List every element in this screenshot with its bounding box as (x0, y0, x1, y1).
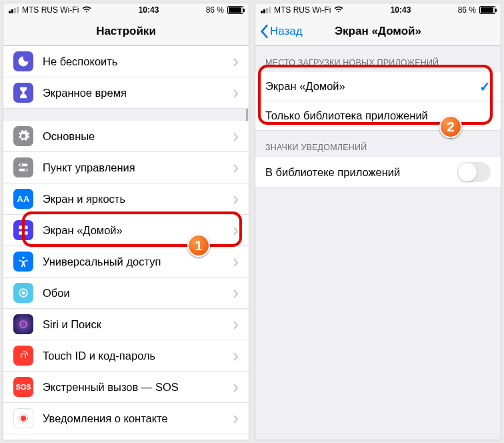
gear-icon (13, 126, 33, 146)
text-size-icon: AA (13, 189, 33, 209)
svg-rect-5 (25, 226, 28, 229)
wifi-icon (82, 5, 91, 16)
phone-left: MTS RUS Wi-Fi 10:43 86 % Настройки Не бе… (3, 3, 249, 440)
svg-rect-6 (19, 232, 22, 235)
home-grid-icon (13, 220, 33, 240)
row-exposure[interactable]: Уведомления о контакте (3, 403, 249, 434)
checkmark-icon: ✓ (479, 79, 491, 95)
nav-bar: Настройки (3, 17, 249, 46)
hourglass-icon (13, 83, 33, 103)
row-home-screen[interactable]: Экран «Домой» (3, 215, 249, 246)
status-bar: MTS RUS Wi-Fi 10:43 86 % (3, 3, 249, 17)
toggle-badges[interactable] (457, 162, 491, 182)
carrier-label: MTS RUS Wi-Fi (22, 5, 79, 15)
svg-point-8 (22, 257, 24, 259)
row-label: Экран и яркость (43, 193, 233, 205)
moon-icon (13, 51, 33, 71)
svg-rect-4 (19, 226, 22, 229)
row-label: Пункт управления (43, 161, 233, 174)
row-control-center[interactable]: Пункт управления (3, 152, 249, 183)
phone-right: MTS RUS Wi-Fi 10:43 86 % Назад Экран «До… (255, 3, 501, 440)
row-touchid[interactable]: Touch ID и код-пароль (3, 340, 249, 372)
chevron-right-icon (233, 226, 239, 235)
status-bar: MTS RUS Wi-Fi 10:43 86 % (255, 3, 501, 17)
row-screentime[interactable]: Экранное время (3, 77, 249, 109)
page-title: Настройки (96, 25, 156, 38)
row-label: Экран «Домой» (43, 224, 233, 237)
siri-icon (13, 314, 33, 334)
annotation-marker-1: 1 (187, 234, 210, 257)
row-label: Не беспокоить (43, 55, 233, 68)
home-screen-options: МЕСТО ЗАГРУЗКИ НОВЫХ ПРИЛОЖЕНИЙ Экран «Д… (255, 46, 501, 188)
time-label: 10:43 (391, 5, 411, 15)
row-label: Уведомления о контакте (43, 412, 233, 425)
svg-point-2 (20, 164, 22, 166)
accessibility-icon (13, 252, 33, 272)
chevron-right-icon (233, 289, 239, 298)
sos-icon: SOS (13, 377, 33, 397)
row-accessibility[interactable]: Универсальный доступ (3, 246, 249, 278)
option-home-screen[interactable]: Экран «Домой» ✓ (255, 72, 501, 101)
row-label: Обои (43, 287, 233, 300)
exposure-icon (13, 408, 33, 428)
annotation-marker-2: 2 (439, 115, 462, 138)
chevron-right-icon (233, 414, 239, 423)
row-general[interactable]: Основные (3, 121, 249, 152)
nav-bar: Назад Экран «Домой» (255, 17, 501, 46)
marker-number: 1 (195, 238, 202, 254)
row-label: Экстренный вызов — SOS (43, 381, 233, 394)
time-label: 10:43 (139, 5, 159, 15)
sos-icon-text: SOS (15, 383, 31, 391)
wifi-icon (334, 5, 343, 16)
chevron-right-icon (233, 258, 239, 266)
settings-list: Не беспокоить Экранное время Основные Пу… (3, 46, 249, 440)
svg-point-12 (21, 416, 26, 421)
svg-point-10 (22, 292, 25, 295)
option-badges-app-library[interactable]: В библиотеке приложений (255, 157, 501, 188)
battery-percent: 86 % (458, 5, 476, 15)
row-wallpaper[interactable]: Обои (3, 278, 249, 309)
carrier-label: MTS RUS Wi-Fi (274, 5, 331, 15)
row-siri[interactable]: Siri и Поиск (3, 309, 249, 340)
marker-number: 2 (447, 119, 454, 135)
chevron-right-icon (233, 132, 239, 141)
switches-icon (13, 157, 33, 177)
battery-icon (479, 6, 495, 14)
svg-point-11 (20, 321, 27, 328)
svg-rect-7 (25, 232, 28, 235)
battery-row-icon (13, 440, 33, 440)
section-header-badges: ЗНАЧКИ УВЕДОМЛЕНИЙ (255, 131, 501, 157)
section-header-download: МЕСТО ЗАГРУЗКИ НОВЫХ ПРИЛОЖЕНИЙ (255, 46, 501, 72)
row-label: В библиотеке приложений (265, 166, 457, 179)
row-label: Touch ID и код-пароль (43, 350, 233, 362)
back-label: Назад (270, 25, 303, 38)
row-battery[interactable]: Аккумулятор (3, 434, 249, 440)
chevron-right-icon (233, 57, 239, 66)
chevron-right-icon (233, 320, 239, 329)
chevron-right-icon (233, 352, 239, 360)
row-label: Универсальный доступ (43, 256, 233, 268)
chevron-right-icon (233, 383, 239, 392)
svg-point-3 (25, 169, 27, 171)
fingerprint-icon (13, 346, 33, 366)
chevron-right-icon (233, 89, 239, 97)
battery-icon (227, 6, 243, 14)
signal-icon (9, 7, 19, 13)
row-label: Экранное время (43, 87, 233, 99)
row-display[interactable]: AA Экран и яркость (3, 183, 249, 215)
row-label: Основные (43, 130, 233, 143)
row-dnd[interactable]: Не беспокоить (3, 46, 249, 77)
chevron-right-icon (233, 195, 239, 203)
row-label: Siri и Поиск (43, 318, 233, 331)
row-sos[interactable]: SOS Экстренный вызов — SOS (3, 372, 249, 403)
chevron-right-icon (233, 163, 239, 172)
signal-icon (261, 7, 271, 13)
page-title: Экран «Домой» (335, 25, 421, 38)
back-button[interactable]: Назад (259, 24, 303, 39)
option-app-library-only[interactable]: Только библиотека приложений (255, 101, 501, 131)
wallpaper-icon (13, 283, 33, 303)
toggle-knob (458, 163, 477, 181)
battery-percent: 86 % (206, 5, 224, 15)
row-label: Экран «Домой» (265, 80, 479, 93)
